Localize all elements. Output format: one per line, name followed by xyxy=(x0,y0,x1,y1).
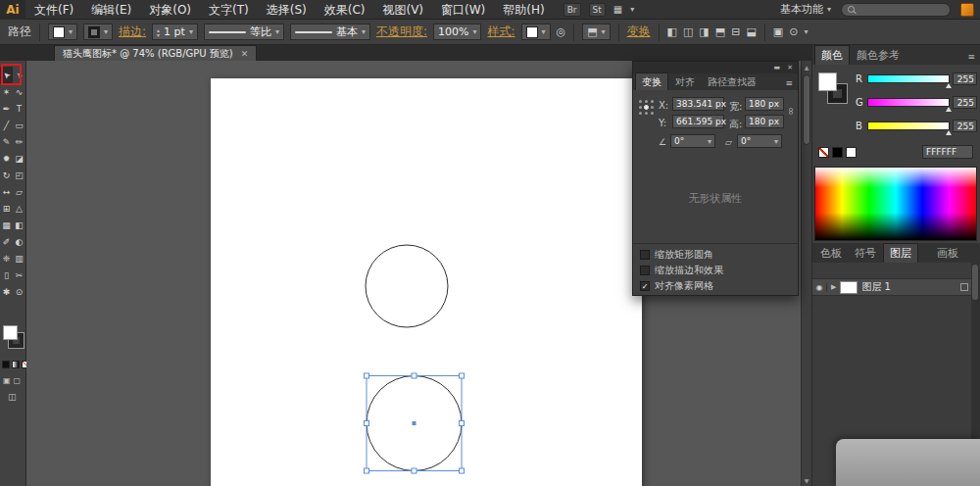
slice-tool[interactable]: ✂ xyxy=(13,267,25,283)
shape-builder-tool[interactable]: ⊞ xyxy=(0,200,13,217)
brush-definition-dropdown[interactable]: 基本 ▾ xyxy=(290,24,370,40)
color-mode-button[interactable] xyxy=(2,361,10,368)
cs-live-icon[interactable] xyxy=(960,3,974,17)
pen-tool[interactable]: ✒ xyxy=(0,100,13,117)
bridge-icon[interactable]: Br xyxy=(564,3,581,17)
eraser-tool[interactable]: ◪ xyxy=(13,150,25,167)
transform-panel-link[interactable]: 变换 xyxy=(627,24,651,40)
align-to-dropdown[interactable]: ⬒ ▾ xyxy=(582,24,610,40)
b-value-field[interactable]: 255 xyxy=(953,120,977,132)
column-graph-tool[interactable]: ▥ xyxy=(13,250,25,267)
selection-handle[interactable] xyxy=(460,373,465,378)
paintbrush-tool[interactable]: ✎ xyxy=(0,133,13,150)
align-hcenter-icon[interactable]: ◫ xyxy=(683,25,693,38)
stroke-width-dropdown[interactable]: ▴▾ 1 pt ▾ xyxy=(152,24,198,40)
eyedropper-tool[interactable]: ✐ xyxy=(0,233,13,250)
tab-align[interactable]: 对齐 xyxy=(669,73,701,90)
expand-triangle-icon[interactable]: ▶ xyxy=(831,283,836,291)
constrain-proportions-icon[interactable]: ∞ xyxy=(786,107,797,115)
lasso-tool[interactable]: ∿ xyxy=(13,83,25,100)
tab-swatches[interactable]: 色板 xyxy=(814,244,848,263)
align-to-pixel-grid-option[interactable]: ✓ 对齐像素网格 xyxy=(640,279,791,292)
align-right-icon[interactable]: ◨ xyxy=(699,25,709,38)
zoom-tool[interactable]: ⊙ xyxy=(13,283,25,300)
selection-handle[interactable] xyxy=(412,468,416,473)
screen-mode-button[interactable]: ◫ xyxy=(8,392,17,402)
tab-symbols[interactable]: 符号 xyxy=(849,244,882,263)
document-tab[interactable]: 猫头鹰图标* @ 74% (RGB/GPU 预览) ✕ xyxy=(54,45,257,61)
style-panel-link[interactable]: 样式: xyxy=(487,24,514,40)
scale-corners-option[interactable]: 缩放矩形圆角 xyxy=(640,248,791,261)
blob-brush-tool[interactable]: ✹ xyxy=(0,150,13,167)
hex-field[interactable]: FFFFFF xyxy=(922,145,973,159)
opacity-dropdown[interactable]: 100% ▾ xyxy=(433,24,481,40)
white-swatch[interactable] xyxy=(846,147,857,158)
layer-name[interactable]: 图层 1 xyxy=(861,280,956,294)
draw-behind-button[interactable]: ▢ xyxy=(14,376,22,385)
black-swatch[interactable] xyxy=(832,147,843,158)
scrollbar-thumb[interactable] xyxy=(803,74,810,145)
menu-window[interactable]: 窗口(W) xyxy=(432,0,494,20)
g-value-field[interactable]: 255 xyxy=(953,96,977,109)
direct-selection-tool[interactable]: ➢ xyxy=(13,67,25,83)
vertical-scrollbar[interactable]: ▲ ▼ xyxy=(801,61,811,486)
shear-dropdown[interactable]: 0° ▾ xyxy=(737,134,782,148)
style-dropdown[interactable]: ▾ xyxy=(521,24,551,40)
free-transform-tool[interactable]: ▱ xyxy=(13,183,25,200)
menu-view[interactable]: 视图(V) xyxy=(373,0,432,20)
mesh-tool[interactable]: ▦ xyxy=(0,217,13,233)
fill-color-control[interactable] xyxy=(3,325,18,340)
stroke-color-dropdown[interactable]: ▾ xyxy=(83,24,113,40)
tab-layers[interactable]: 图层 xyxy=(883,243,918,263)
stroke-width-stepper[interactable]: ▴▾ xyxy=(157,27,160,37)
tab-pathfinder[interactable]: 路径查找器 xyxy=(702,73,762,90)
r-slider[interactable] xyxy=(867,74,950,83)
minimize-panel-icon[interactable]: ▬ xyxy=(774,64,781,72)
gradient-tool[interactable]: ◧ xyxy=(13,217,25,233)
layer-target-box[interactable] xyxy=(960,283,968,291)
reference-point-locator[interactable] xyxy=(638,99,655,116)
checkbox[interactable] xyxy=(640,266,650,275)
tab-transform[interactable]: 变换 xyxy=(635,73,668,90)
fill-color-dropdown[interactable]: ▾ xyxy=(48,24,77,40)
center-point[interactable] xyxy=(413,421,416,425)
width-profile-dropdown[interactable]: 等比 ▾ xyxy=(204,24,284,40)
align-left-icon[interactable]: ◧ xyxy=(667,25,677,38)
rotate-tool[interactable]: ↻ xyxy=(0,167,13,183)
artboard-tool[interactable]: ▯ xyxy=(0,267,13,283)
close-tab-icon[interactable]: ✕ xyxy=(241,49,249,59)
recolor-artwork-icon[interactable]: ◎ xyxy=(557,25,566,38)
panel-menu-icon[interactable]: ≡ xyxy=(964,52,978,65)
menu-file[interactable]: 文件(F) xyxy=(25,0,82,20)
stroke-panel-link[interactable]: 描边: xyxy=(119,24,146,40)
selection-handle[interactable] xyxy=(412,373,416,378)
tab-color[interactable]: 颜色 xyxy=(814,45,850,65)
line-segment-tool[interactable]: ╱ xyxy=(0,117,13,133)
type-tool[interactable]: T xyxy=(13,100,25,117)
align-vcenter-icon[interactable]: ⊟ xyxy=(731,25,740,38)
arrange-documents-icon[interactable]: ▦ xyxy=(613,4,622,15)
selection-handle[interactable] xyxy=(460,468,465,473)
pencil-tool[interactable]: ✏ xyxy=(13,133,25,150)
slider-thumb[interactable] xyxy=(946,83,952,88)
gradient-mode-button[interactable] xyxy=(12,361,20,368)
stock-icon[interactable]: St xyxy=(589,3,606,17)
hand-tool[interactable]: ✱ xyxy=(0,283,13,300)
menu-help[interactable]: 帮助(H) xyxy=(494,0,553,20)
width-field[interactable]: 180 px xyxy=(745,97,784,111)
tab-color-guide[interactable]: 颜色参考 xyxy=(851,46,906,65)
y-field[interactable]: 661.595 px xyxy=(672,115,724,128)
ellipse-shape[interactable] xyxy=(366,245,448,327)
symbol-sprayer-tool[interactable]: ❈ xyxy=(0,250,13,267)
panel-menu-icon[interactable]: ≡ xyxy=(782,78,796,90)
selection-tool[interactable]: ➤ xyxy=(0,67,13,83)
blend-tool[interactable]: ◐ xyxy=(13,233,25,250)
none-swatch[interactable] xyxy=(818,147,829,158)
slider-thumb[interactable] xyxy=(946,130,952,135)
rotate-dropdown[interactable]: 0° ▾ xyxy=(670,134,715,148)
chevron-down-icon[interactable]: ▾ xyxy=(804,27,808,36)
checkbox[interactable] xyxy=(640,250,650,260)
isolate-object-icon[interactable]: ▣ xyxy=(773,25,783,38)
search-input[interactable] xyxy=(841,3,951,17)
selection-handle[interactable] xyxy=(365,373,369,378)
